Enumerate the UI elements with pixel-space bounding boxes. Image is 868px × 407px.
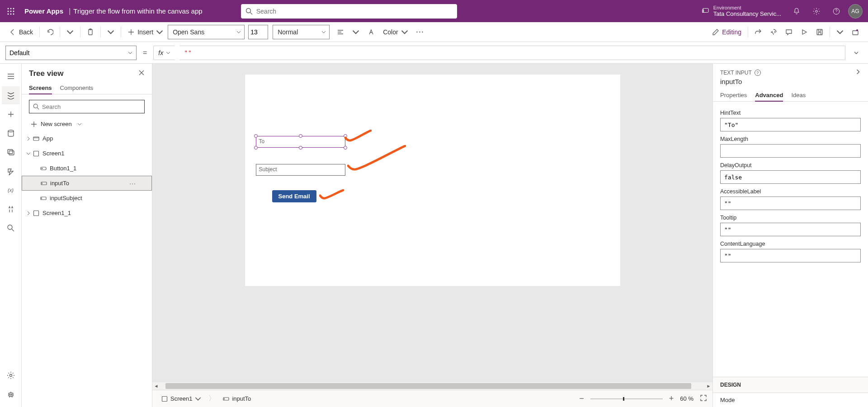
tree-node-label: Button1_1 — [50, 165, 76, 172]
prop-input-delayoutput[interactable] — [720, 170, 861, 184]
tab-properties[interactable]: Properties — [720, 89, 747, 101]
fx-button[interactable]: fx — [153, 46, 175, 60]
prop-label-delayoutput: DelayOutput — [720, 162, 861, 168]
app-launcher-icon[interactable] — [0, 0, 22, 22]
canvas-send-email-button[interactable]: Send Email — [272, 190, 316, 202]
fill-color-button[interactable]: Color — [379, 25, 411, 39]
comments-button[interactable] — [782, 25, 796, 39]
environment-picker[interactable]: Environment Tata Consultancy Servic... — [696, 5, 787, 17]
tree-node-inputSubject[interactable]: inputSubject — [22, 191, 152, 206]
global-search-input[interactable] — [256, 8, 453, 15]
tree-node-screen1_1[interactable]: Screen1_1 — [22, 206, 152, 220]
breadcrumb-control[interactable]: inputTo — [219, 394, 255, 403]
canvas[interactable]: To Subject Send Email — [245, 75, 620, 286]
scroll-right-arrow[interactable]: ► — [705, 384, 712, 388]
formula-input[interactable] — [179, 46, 845, 60]
svg-point-4 — [10, 10, 12, 12]
prop-input-contentlanguage[interactable] — [720, 249, 861, 262]
zoom-out-button[interactable]: − — [579, 394, 584, 403]
prop-input-tooltip[interactable] — [720, 223, 861, 236]
rail-variables[interactable]: (x) — [2, 181, 20, 199]
back-button[interactable]: Back — [5, 25, 37, 39]
prop-input-hinttext[interactable] — [720, 118, 861, 131]
align-chevron[interactable] — [349, 25, 363, 39]
tab-ideas[interactable]: Ideas — [791, 89, 806, 101]
tree-search[interactable] — [29, 100, 145, 113]
rail-data[interactable] — [2, 124, 20, 142]
user-avatar[interactable]: AG — [848, 4, 863, 19]
rail-search[interactable] — [2, 219, 20, 237]
collapse-panel-button[interactable] — [855, 69, 861, 76]
app-icon — [33, 135, 40, 142]
undo-chevron[interactable] — [63, 25, 77, 39]
share-button[interactable] — [751, 25, 765, 39]
rail-virtual-agent[interactable] — [2, 385, 20, 403]
command-bar: Back Insert Color ··· Editing — [0, 22, 868, 42]
svg-point-0 — [8, 8, 9, 9]
overflow-button[interactable]: ··· — [413, 25, 428, 39]
app-checker-button[interactable] — [766, 25, 781, 39]
product-name[interactable]: Power Apps — [22, 7, 66, 15]
prop-input-accessiblelabel[interactable] — [720, 196, 861, 210]
tab-screens[interactable]: Screens — [29, 82, 52, 94]
horizontal-scrollbar[interactable]: ◄ ► — [152, 382, 712, 390]
paste-button[interactable] — [83, 25, 98, 39]
zoom-slider[interactable] — [590, 398, 663, 399]
tab-advanced[interactable]: Advanced — [755, 89, 783, 101]
save-chevron[interactable] — [833, 25, 847, 39]
scroll-left-arrow[interactable]: ◄ — [152, 384, 160, 388]
help-icon[interactable]: ? — [755, 70, 761, 76]
settings-icon[interactable] — [807, 0, 826, 22]
selection-frame[interactable]: To — [256, 136, 345, 148]
back-label: Back — [19, 28, 33, 36]
equals-sign: = — [143, 49, 147, 57]
text-color-button[interactable] — [364, 25, 378, 39]
insert-button[interactable]: Insert — [124, 25, 167, 39]
paste-chevron[interactable] — [104, 25, 118, 39]
control-name: inputTo — [720, 76, 861, 89]
editing-mode-button[interactable]: Editing — [708, 25, 745, 39]
font-select[interactable] — [168, 25, 245, 39]
svg-point-1 — [10, 8, 12, 9]
help-icon[interactable] — [826, 0, 846, 22]
property-dropdown[interactable]: Default — [5, 46, 137, 60]
font-weight-select[interactable] — [273, 25, 330, 39]
prop-input-maxlength[interactable] — [720, 144, 861, 158]
new-screen-button[interactable]: New screen — [22, 119, 152, 131]
rail-media[interactable] — [2, 143, 20, 161]
preview-button[interactable] — [797, 25, 811, 39]
notifications-icon[interactable] — [787, 0, 807, 22]
tab-components[interactable]: Components — [60, 82, 94, 94]
chevron-down-icon — [128, 51, 132, 55]
tree-node-app[interactable]: App — [22, 131, 152, 146]
rail-tree-view[interactable] — [2, 86, 20, 104]
canvas-input-subject[interactable]: Subject — [256, 164, 345, 176]
breadcrumb-screen[interactable]: Screen1 — [158, 394, 205, 403]
font-size-input[interactable] — [248, 25, 268, 39]
align-button[interactable] — [333, 25, 348, 39]
publish-button[interactable] — [848, 25, 863, 39]
global-search[interactable] — [241, 4, 457, 19]
formula-expand-button[interactable] — [850, 51, 863, 55]
svg-rect-15 — [817, 29, 822, 35]
rail-advanced-tools[interactable] — [2, 200, 20, 218]
rail-insert[interactable] — [2, 105, 20, 123]
fit-to-screen-button[interactable] — [700, 394, 707, 403]
tree-node-inputTo[interactable]: inputTo ··· — [22, 176, 152, 191]
rail-power-automate[interactable] — [2, 162, 20, 180]
save-button[interactable] — [812, 25, 827, 39]
screen-icon — [33, 210, 40, 217]
prop-label-maxlength: MaxLength — [720, 136, 861, 142]
tree-node-screen1[interactable]: Screen1 — [22, 146, 152, 161]
rail-hamburger[interactable] — [2, 67, 20, 85]
rail-settings[interactable] — [2, 366, 20, 384]
zoom-in-button[interactable]: + — [669, 394, 674, 403]
tree-search-input[interactable] — [42, 103, 141, 110]
undo-button[interactable] — [42, 25, 57, 39]
new-screen-label: New screen — [41, 121, 72, 127]
section-design[interactable]: DESIGN — [713, 377, 868, 393]
close-tree-button[interactable] — [138, 70, 145, 78]
tree-node-button1_1[interactable]: Button1_1 — [22, 161, 152, 176]
chevron-down-icon — [77, 122, 82, 126]
more-options-button[interactable]: ··· — [129, 180, 136, 187]
